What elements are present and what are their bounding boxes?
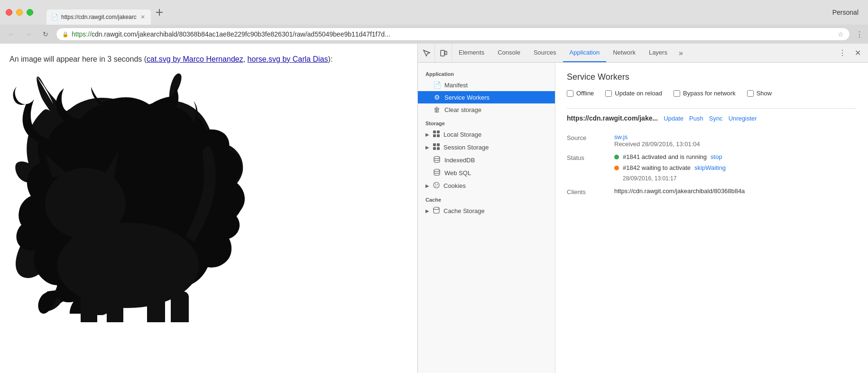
browser-tab[interactable]: 📄 https://cdn.rawgit.com/jakearc ✕ [46, 9, 151, 25]
sw-source-file-link[interactable]: sw.js [614, 133, 628, 140]
session-storage-arrow: ▶ [425, 145, 431, 150]
svg-rect-1 [156, 12, 163, 13]
reload-button[interactable]: ↻ [39, 28, 52, 41]
sw-divider [567, 108, 857, 109]
sw-unregister-link[interactable]: Unregister [729, 115, 757, 122]
page-text-end: ): [328, 55, 332, 63]
sw-stop-link[interactable]: stop [711, 153, 722, 160]
service-workers-title: Service Workers [567, 72, 857, 82]
clear-storage-label: Clear storage [444, 106, 481, 113]
devtools-tabs: Elements Console Sources Application Net… [452, 44, 832, 62]
tab-sources[interactable]: Sources [527, 44, 563, 62]
back-button[interactable]: ← [5, 28, 18, 41]
web-sql-label: Web SQL [444, 169, 471, 177]
sidebar-item-cache-storage[interactable]: ▶ Cache Storage [418, 205, 555, 217]
indexeddb-label: IndexedDB [444, 157, 475, 164]
profile-name: Personal [832, 9, 859, 16]
svg-rect-11 [441, 50, 444, 56]
svg-rect-16 [437, 134, 440, 137]
show-label: Show [757, 90, 772, 97]
show-checkbox[interactable] [747, 90, 754, 97]
clients-value: https://cdn.rawgit.com/jakearchibald/803… [614, 187, 857, 196]
local-storage-label: Local Storage [443, 131, 481, 138]
cookies-icon [433, 182, 440, 190]
sw-entry: https://cdn.rawgit.com/jake... Update Pu… [567, 114, 857, 196]
url-https: https:// [72, 30, 92, 38]
service-workers-icon: ⚙ [433, 93, 441, 101]
horse-link[interactable]: horse.svg by Carla Dias [248, 55, 328, 63]
session-storage-grid-icon [433, 143, 440, 151]
status-row: #1841 activated and is running stop #184… [614, 153, 857, 182]
minimize-traffic-light[interactable] [16, 9, 23, 16]
sidebar-item-indexeddb[interactable]: IndexedDB [418, 154, 555, 167]
bookmark-icon[interactable]: ☆ [838, 30, 844, 38]
devtools-close-button[interactable]: ✕ [851, 47, 864, 60]
devtools-sidebar: Application 📄 Manifest ⚙ Service Workers… [418, 63, 555, 373]
address-input[interactable]: 🔒 https://cdn.rawgit.com/jakearchibald/8… [56, 28, 850, 41]
maximize-traffic-light[interactable] [27, 9, 33, 16]
sw-skip-waiting-link[interactable]: skipWaiting [694, 164, 726, 171]
bypass-for-network-checkbox[interactable] [674, 90, 680, 97]
title-bar: 📄 https://cdn.rawgit.com/jakearc ✕ Perso… [0, 0, 868, 25]
svg-rect-10 [171, 291, 189, 322]
address-bar: ← → ↻ 🔒 https://cdn.rawgit.com/jakearchi… [0, 25, 868, 44]
offline-option[interactable]: Offline [567, 90, 594, 97]
tab-layers[interactable]: Layers [642, 44, 674, 62]
devtools-main-panel: Service Workers Offline Update on reload [555, 63, 868, 373]
status1-text: #1841 activated and is running [623, 153, 707, 160]
svg-point-23 [434, 182, 439, 188]
sidebar-item-web-sql[interactable]: Web SQL [418, 167, 555, 179]
sw-update-link[interactable]: Update [664, 115, 683, 122]
status2-text: #1842 waiting to activate [623, 164, 691, 171]
sidebar-item-clear-storage[interactable]: 🗑 Clear storage [418, 103, 555, 116]
cat-link[interactable]: cat.svg by Marco Hernandez [147, 55, 243, 63]
clear-storage-icon: 🗑 [433, 106, 441, 113]
bypass-for-network-label: Bypass for network [683, 90, 736, 97]
sidebar-item-cookies[interactable]: ▶ Cookies [418, 179, 555, 192]
tab-elements[interactable]: Elements [452, 44, 491, 62]
new-tab-button[interactable] [153, 6, 166, 19]
update-on-reload-checkbox[interactable] [605, 90, 612, 97]
manifest-label: Manifest [444, 82, 468, 89]
cat-image [9, 73, 408, 326]
svg-point-25 [437, 184, 438, 185]
section-application-label: Application [418, 66, 555, 79]
offline-label: Offline [576, 90, 594, 97]
tab-console[interactable]: Console [491, 44, 527, 62]
sidebar-item-session-storage[interactable]: ▶ Session Storage [418, 141, 555, 154]
sidebar-item-local-storage[interactable]: ▶ Local Storage [418, 128, 555, 141]
sw-push-link[interactable]: Push [689, 115, 703, 122]
bypass-for-network-option[interactable]: Bypass for network [674, 90, 736, 97]
svg-rect-7 [81, 294, 97, 322]
status-line-1: #1841 activated and is running stop [614, 153, 857, 160]
close-traffic-light[interactable] [6, 9, 12, 16]
page-text: An image will appear here in 3 seconds (… [9, 53, 408, 65]
svg-marker-4 [45, 154, 69, 177]
svg-rect-19 [433, 147, 436, 150]
sidebar-item-manifest[interactable]: 📄 Manifest [418, 79, 555, 91]
cache-storage-label: Cache Storage [443, 207, 485, 214]
sidebar-item-service-workers[interactable]: ⚙ Service Workers [418, 91, 555, 103]
browser-menu-button[interactable]: ⋮ [856, 30, 863, 39]
cache-storage-arrow: ▶ [425, 208, 431, 214]
offline-checkbox[interactable] [567, 90, 573, 97]
forward-button[interactable]: → [22, 28, 35, 41]
device-toolbar-button[interactable] [435, 44, 452, 62]
show-option[interactable]: Show [747, 90, 772, 97]
tab-network[interactable]: Network [606, 44, 642, 62]
tab-close-button[interactable]: ✕ [139, 13, 146, 21]
inspect-element-button[interactable] [418, 44, 435, 62]
devtools-more-button[interactable]: ⋮ [836, 47, 849, 60]
status-label: Status [567, 153, 614, 182]
local-storage-grid-icon [433, 131, 440, 139]
sw-sync-link[interactable]: Sync [709, 115, 723, 122]
svg-marker-5 [104, 150, 119, 179]
svg-rect-14 [437, 131, 440, 133]
tab-application[interactable]: Application [563, 44, 607, 62]
update-on-reload-option[interactable]: Update on reload [605, 90, 662, 97]
more-tabs-button[interactable]: » [674, 44, 688, 62]
section-cache-label: Cache [418, 192, 555, 205]
status-dot-orange [614, 166, 619, 170]
lock-icon: 🔒 [62, 31, 69, 37]
clients-label: Clients [567, 187, 614, 196]
